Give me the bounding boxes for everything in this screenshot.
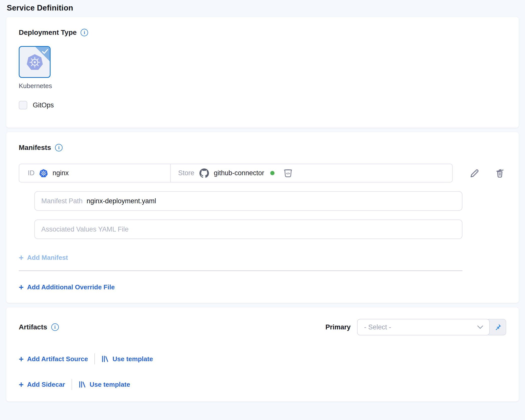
add-override-label: Add Additional Override File	[27, 283, 115, 291]
delete-manifest-button[interactable]	[494, 167, 506, 179]
pencil-icon	[469, 168, 480, 178]
kubernetes-manifest-type-icon	[39, 169, 48, 177]
code-store-icon[interactable]: </>	[283, 169, 293, 178]
manifest-id-value: nginx	[53, 169, 69, 177]
manifest-store-label: Store	[178, 169, 194, 177]
plus-icon: +	[19, 283, 24, 291]
use-template-label: Use template	[90, 381, 130, 388]
plus-icon: +	[19, 355, 24, 363]
add-sidecar-button[interactable]: + Add Sidecar	[19, 380, 65, 389]
gitops-toggle[interactable]: GitOps	[19, 101, 54, 109]
manifest-path-field: Manifest Path	[34, 191, 462, 211]
template-library-icon	[101, 355, 109, 363]
check-icon	[42, 49, 48, 55]
manifests-card: Manifests i ID	[6, 132, 519, 303]
vertical-divider	[72, 379, 72, 390]
deployment-type-card: Deployment Type i	[6, 17, 519, 128]
section-divider	[19, 270, 462, 271]
gitops-checkbox[interactable]	[19, 101, 27, 109]
vertical-divider	[94, 353, 95, 364]
chevron-down-icon	[477, 325, 483, 329]
manifest-path-label: Manifest Path	[41, 197, 83, 205]
manifests-info-icon[interactable]: i	[55, 144, 63, 151]
use-template-sidecar-button[interactable]: Use template	[79, 381, 130, 388]
values-yaml-field	[34, 220, 462, 239]
values-yaml-input[interactable]	[41, 220, 455, 239]
plus-icon: +	[19, 254, 24, 262]
primary-artifact-label: Primary	[325, 323, 351, 331]
trash-icon	[495, 168, 505, 178]
tile-label-kubernetes: Kubernetes	[19, 82, 52, 90]
primary-artifact-select[interactable]: - Select -	[357, 319, 490, 335]
deployment-type-heading: Deployment Type	[19, 29, 77, 37]
primary-select-value: - Select -	[364, 323, 391, 331]
add-manifest-button[interactable]: + Add Manifest	[19, 254, 68, 262]
plus-icon: +	[19, 380, 24, 389]
use-template-artifact-button[interactable]: Use template	[101, 355, 153, 363]
deployment-type-info-icon[interactable]: i	[81, 29, 88, 36]
add-override-file-button[interactable]: + Add Additional Override File	[19, 283, 115, 291]
manifest-row[interactable]: ID	[19, 164, 453, 182]
deployment-type-tile-kubernetes[interactable]	[19, 46, 51, 78]
manifests-heading: Manifests	[19, 144, 51, 152]
gitops-label: GitOps	[33, 101, 54, 109]
add-artifact-source-button[interactable]: + Add Artifact Source	[19, 355, 88, 363]
page-title: Service Definition	[6, 3, 519, 17]
connector-status-dot	[270, 171, 275, 175]
template-library-icon	[79, 381, 86, 388]
service-definition-page: Service Definition Deployment Type i	[0, 0, 525, 401]
manifest-path-input[interactable]	[87, 192, 455, 210]
manifest-store-value: github-connector	[214, 169, 264, 177]
manifest-id-label: ID	[28, 169, 35, 177]
add-artifact-source-label: Add Artifact Source	[27, 355, 88, 363]
edit-manifest-button[interactable]	[468, 167, 481, 179]
artifacts-info-icon[interactable]: i	[51, 323, 59, 331]
artifacts-card: Artifacts i Primary - Select -	[6, 307, 519, 401]
pin-icon	[494, 323, 502, 331]
artifacts-heading: Artifacts	[19, 323, 47, 331]
add-sidecar-label: Add Sidecar	[27, 381, 65, 388]
add-manifest-label: Add Manifest	[27, 254, 68, 262]
use-template-label: Use template	[112, 355, 153, 363]
github-icon	[199, 168, 209, 178]
svg-text:</>: </>	[286, 172, 290, 175]
